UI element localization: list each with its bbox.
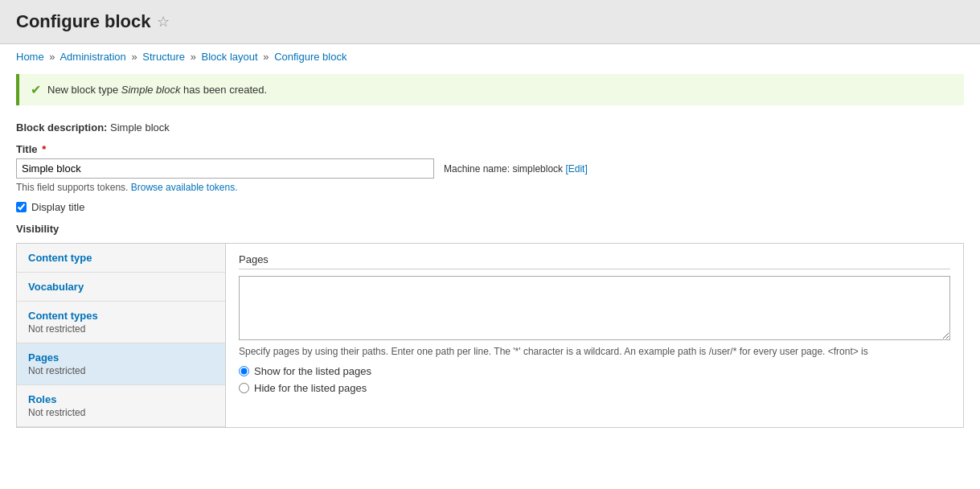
tab-vocabulary[interactable]: Vocabulary <box>17 273 225 302</box>
title-field-group: Title * Machine name: simpleblock [Edit]… <box>16 143 964 193</box>
breadcrumb-sep-1: » <box>49 51 55 63</box>
visibility-panel: Pages Specify pages by using their paths… <box>226 244 963 427</box>
tab-roles-subtitle: Not restricted <box>28 407 214 418</box>
block-description-label: Block description: <box>16 121 107 134</box>
tab-content-types-subtitle: Not restricted <box>28 323 214 335</box>
show-listed-radio[interactable] <box>239 366 249 376</box>
visibility-tabs: Content type Vocabulary Content types No… <box>17 244 226 427</box>
tab-content-type-title: Content type <box>28 252 214 264</box>
panel-section-title: Pages <box>239 253 950 269</box>
block-description: Block description: Simple block <box>16 121 964 134</box>
tab-content-types-title: Content types <box>28 310 214 322</box>
page-title-bar: Configure block ☆ <box>0 0 980 44</box>
success-message: ✔ New block type Simple block has been c… <box>16 74 964 105</box>
breadcrumb-structure[interactable]: Structure <box>142 51 185 63</box>
display-title-checkbox[interactable] <box>16 202 27 212</box>
display-title-row: Display title <box>16 201 964 213</box>
hide-listed-row: Hide for the listed pages <box>239 382 950 394</box>
title-row: Machine name: simpleblock [Edit] <box>16 158 964 179</box>
breadcrumb-sep-4: » <box>263 51 269 63</box>
success-text: New block type Simple block has been cre… <box>47 84 267 96</box>
check-icon: ✔ <box>31 82 41 97</box>
pages-textarea[interactable] <box>239 276 950 340</box>
tab-content-type[interactable]: Content type <box>17 244 225 273</box>
page-title: Configure block <box>16 11 150 32</box>
visibility-title: Visibility <box>16 223 964 235</box>
tab-pages-title: Pages <box>28 351 214 364</box>
tab-roles-title: Roles <box>28 393 214 405</box>
machine-name-edit-link[interactable]: [Edit] <box>565 163 587 175</box>
machine-name: Machine name: simpleblock [Edit] <box>444 163 588 175</box>
block-description-value: Simple block <box>110 121 170 134</box>
title-label: Title * <box>16 143 964 155</box>
breadcrumb-sep-3: » <box>191 51 196 63</box>
tab-content-types[interactable]: Content types Not restricted <box>17 302 225 343</box>
tab-roles[interactable]: Roles Not restricted <box>17 385 225 427</box>
main-content: Block description: Simple block Title * … <box>0 113 980 444</box>
show-listed-row: Show for the listed pages <box>239 365 950 377</box>
breadcrumb-home[interactable]: Home <box>16 51 44 63</box>
required-marker: * <box>42 143 46 155</box>
breadcrumb-block-layout[interactable]: Block layout <box>202 51 258 63</box>
hide-listed-radio[interactable] <box>239 383 249 393</box>
tab-vocabulary-title: Vocabulary <box>28 281 214 293</box>
title-input[interactable] <box>16 158 434 179</box>
breadcrumb-sep-2: » <box>131 51 137 63</box>
tab-pages[interactable]: Pages Not restricted <box>17 343 225 385</box>
browse-tokens-link[interactable]: Browse available tokens. <box>131 182 238 193</box>
pages-hint: Specify pages by using their paths. Ente… <box>239 346 950 357</box>
breadcrumb-configure-block[interactable]: Configure block <box>274 51 346 63</box>
hide-listed-label[interactable]: Hide for the listed pages <box>254 382 367 394</box>
tab-pages-subtitle: Not restricted <box>28 365 214 376</box>
display-title-label[interactable]: Display title <box>31 201 84 213</box>
visibility-container: Content type Vocabulary Content types No… <box>16 243 964 428</box>
favorite-icon[interactable]: ☆ <box>157 13 170 31</box>
breadcrumb-administration[interactable]: Administration <box>59 51 125 63</box>
breadcrumb: Home » Administration » Structure » Bloc… <box>0 44 980 69</box>
show-listed-label[interactable]: Show for the listed pages <box>254 365 371 377</box>
token-hint: This field supports tokens. Browse avail… <box>16 182 964 193</box>
